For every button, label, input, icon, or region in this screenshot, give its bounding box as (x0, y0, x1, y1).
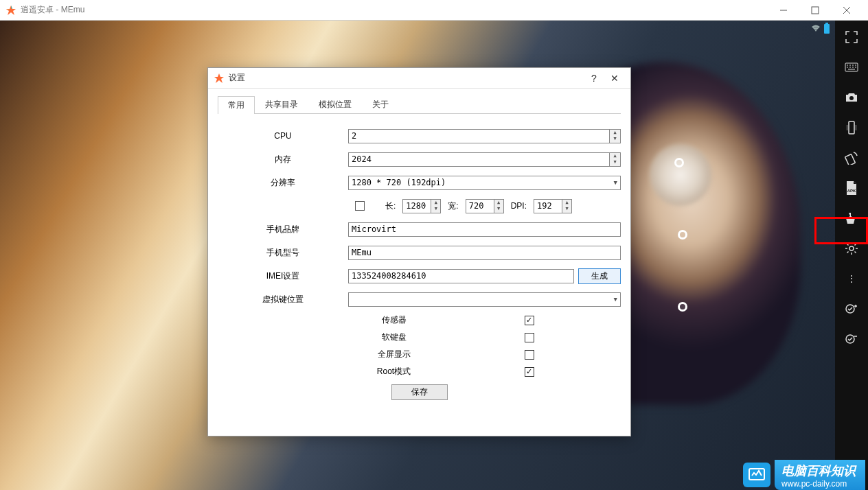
imei-input[interactable] (348, 269, 574, 283)
softkb-checkbox[interactable] (525, 333, 534, 342)
label-brand: 手机品牌 (218, 224, 348, 235)
side-toolbar: APK ⋮ (835, 21, 868, 490)
volume-up-icon[interactable] (842, 299, 861, 318)
svg-text:APK: APK (847, 189, 856, 193)
settings-tabs: 常用 共享目录 模拟位置 关于 (218, 95, 621, 114)
minimize-button[interactable] (768, 0, 799, 21)
tab-common[interactable]: 常用 (218, 96, 255, 114)
custom-resolution-checkbox[interactable] (355, 201, 365, 211)
main-titlebar: 逍遥安卓 - MEmu (0, 0, 868, 21)
generate-button[interactable]: 生成 (578, 268, 621, 284)
maximize-button[interactable] (799, 0, 831, 21)
svg-rect-1 (812, 7, 819, 14)
watermark-text: 电脑百科知识 (781, 463, 856, 479)
clean-icon[interactable] (842, 209, 861, 228)
label-vkey: 虚拟键位置 (218, 294, 348, 305)
rotate-icon[interactable] (842, 148, 861, 167)
tab-about[interactable]: 关于 (362, 95, 399, 113)
save-button[interactable]: 保存 (391, 384, 448, 400)
touch-marker (678, 302, 687, 312)
dialog-title: 设置 (229, 72, 584, 84)
label-sensor: 传感器 (305, 314, 483, 326)
length-input[interactable]: 1280▲▼ (402, 199, 441, 213)
fullscreen-icon[interactable] (842, 27, 861, 47)
window-title: 逍遥安卓 - MEmu (21, 4, 768, 16)
battery-icon (824, 24, 830, 34)
resolution-combo[interactable]: 1280 * 720 (192dpi) (348, 176, 621, 190)
apk-icon[interactable]: APK (842, 178, 861, 198)
watermark: 电脑百科知识 www.pc-daily.com (743, 460, 865, 490)
app-logo-icon (5, 5, 16, 16)
dialog-help-button[interactable]: ? (584, 73, 604, 84)
memory-spinner[interactable]: 2024▲▼ (348, 152, 621, 167)
label-imei: IMEI设置 (218, 270, 348, 282)
android-status-bar (810, 23, 830, 34)
touch-marker (678, 230, 687, 240)
brand-input[interactable] (348, 222, 621, 237)
label-softkb: 软键盘 (305, 331, 483, 343)
tab-share[interactable]: 共享目录 (255, 95, 308, 113)
svg-point-20 (849, 246, 854, 250)
wifi-icon (810, 23, 821, 34)
label-model: 手机型号 (218, 247, 348, 259)
width-input[interactable]: 720▲▼ (466, 199, 504, 213)
label-memory: 内存 (218, 154, 348, 165)
watermark-url: www.pc-daily.com (781, 479, 856, 489)
camera-icon[interactable] (842, 88, 861, 107)
watermark-badge-icon (743, 463, 770, 487)
sensor-checkbox[interactable]: ✓ (525, 316, 534, 325)
fullscreen-checkbox[interactable] (525, 350, 534, 360)
cpu-spinner[interactable]: 2▲▼ (348, 129, 621, 143)
more-icon[interactable]: ⋮ (842, 269, 861, 288)
close-button[interactable] (831, 0, 863, 21)
touch-marker (674, 158, 684, 167)
dpi-input[interactable]: 192▲▼ (534, 199, 572, 213)
model-input[interactable] (348, 246, 621, 260)
vkey-combo[interactable] (348, 292, 621, 307)
label-root: Root模式 (305, 366, 483, 377)
label-fullscreen: 全屏显示 (305, 349, 483, 360)
label-cpu: CPU (218, 131, 348, 141)
emulator-area: APK ⋮ 设置 ? ✕ 常用 共享目录 模拟位置 关于 CPU 2▲▼ (0, 21, 868, 490)
dialog-titlebar: 设置 ? ✕ (208, 68, 630, 89)
label-resolution: 分辨率 (218, 177, 348, 189)
volume-down-icon[interactable] (842, 329, 861, 349)
tab-location[interactable]: 模拟位置 (308, 95, 362, 113)
label-length: 长: (385, 200, 396, 212)
keyboard-icon[interactable] (842, 58, 861, 77)
root-checkbox[interactable]: ✓ (525, 367, 534, 377)
dialog-logo-icon (214, 73, 225, 84)
svg-point-14 (849, 96, 854, 100)
label-dpi: DPI: (511, 201, 527, 211)
shake-icon[interactable] (842, 118, 861, 137)
dialog-close-button[interactable]: ✕ (604, 73, 625, 84)
settings-dialog: 设置 ? ✕ 常用 共享目录 模拟位置 关于 CPU 2▲▼ 内存 2024▲▼ (207, 67, 631, 436)
svg-rect-15 (849, 121, 854, 134)
label-width: 宽: (448, 200, 458, 212)
settings-icon[interactable] (842, 239, 861, 258)
svg-rect-18 (845, 154, 856, 165)
